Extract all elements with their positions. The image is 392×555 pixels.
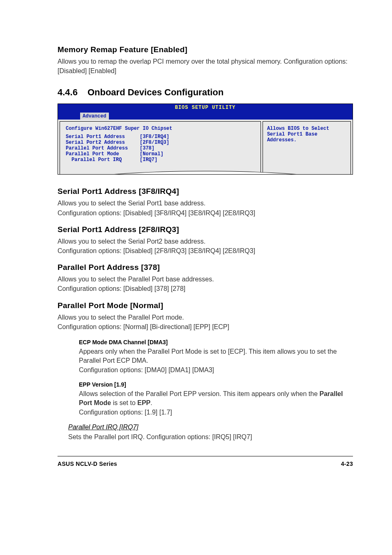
heading-ecp-dma: ECP Mode DMA Channel [DMA3]: [79, 339, 353, 345]
heading-serial2: Serial Port1 Address [2F8/IRQ3]: [58, 225, 353, 234]
footer-left: ASUS NCLV-D Series: [58, 461, 117, 467]
bios-row: Serial Port1 Address [3F8/IRQ4]: [66, 134, 255, 140]
bios-header: BIOS SETUP UTILITY Advanced: [58, 104, 353, 120]
page-footer: ASUS NCLV-D Series 4-23: [58, 456, 353, 467]
bios-value: [Normal]: [140, 151, 164, 157]
bios-label: Parallel Port IRQ: [66, 157, 140, 163]
body-parallel-irq: Sets the Parallel port IRQ. Configuratio…: [68, 433, 353, 442]
bios-label: Parallel Port Mode: [66, 151, 140, 157]
heading-epp-version: EPP Version [1.9]: [79, 381, 353, 388]
bios-row: Parallel Port Mode [Normal]: [66, 151, 255, 157]
body-parallel-mode: Allows you to select the Parallel Port m…: [58, 313, 353, 332]
section-title: Onboard Devices Configuration: [88, 87, 224, 97]
footer-right: 4-23: [341, 461, 353, 467]
bios-help-panel: Allows BIOS to Select Serial Port1 Base …: [263, 121, 351, 174]
bios-value: [2F8/IRQ3]: [140, 140, 169, 145]
bios-body: Configure Win627EHF Super IO Chipset Ser…: [58, 120, 353, 174]
bios-value: [378]: [140, 145, 154, 151]
heading-onboard-devices: 4.4.6Onboard Devices Configuration: [58, 87, 353, 98]
bios-config-title: Configure Win627EHF Super IO Chipset: [66, 126, 255, 131]
body-memory-remap: Allows you to remap the overlap PCI memo…: [58, 57, 353, 76]
bios-row: Parallel Port Address [378]: [66, 145, 255, 151]
bios-label: Serial Port1 Address: [66, 134, 140, 140]
bios-tab-advanced: Advanced: [80, 113, 109, 120]
bios-value: [IRQ7]: [140, 157, 157, 163]
heading-serial1: Serial Port1 Address [3F8/IRQ4]: [58, 187, 353, 196]
bios-left-panel: Configure Win627EHF Super IO Chipset Ser…: [60, 121, 261, 174]
heading-parallel-mode: Parallel Port Mode [Normal]: [58, 301, 353, 310]
body-serial1: Allows you to select the Serial Port1 ba…: [58, 198, 353, 217]
body-parallel-addr: Allows you to select the Parallel Port b…: [58, 274, 353, 293]
heading-memory-remap: Memory Remap Feature [Enabled]: [58, 45, 353, 54]
bios-value: [3F8/IRQ4]: [140, 134, 169, 140]
bios-label: Parallel Port Address: [66, 145, 140, 151]
heading-parallel-irq: Parallel Port IRQ [IRQ7]: [68, 424, 353, 431]
heading-parallel-addr: Parallel Port Address [378]: [58, 263, 353, 272]
bios-label: Serial Port2 Address: [66, 140, 140, 145]
body-epp-version: Allows selection of the Parallel Port EP…: [79, 389, 353, 417]
section-number: 4.4.6: [58, 87, 78, 97]
bios-title: BIOS SETUP UTILITY: [175, 105, 236, 111]
bios-row: Parallel Port IRQ [IRQ7]: [66, 157, 255, 163]
body-ecp-dma: Appears only when the Parallel Port Mode…: [79, 347, 353, 375]
body-serial2: Allows you to select the Serial Port2 ba…: [58, 237, 353, 256]
bios-screenshot: BIOS SETUP UTILITY Advanced Configure Wi…: [58, 104, 353, 175]
bios-row: Serial Port2 Address [2F8/IRQ3]: [66, 140, 255, 145]
